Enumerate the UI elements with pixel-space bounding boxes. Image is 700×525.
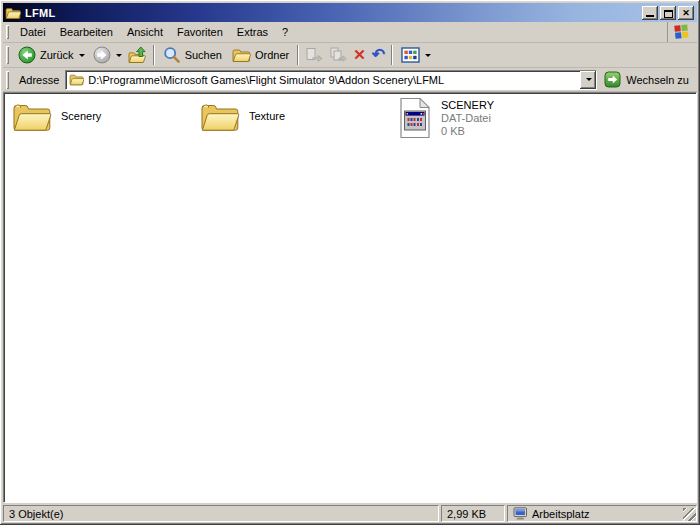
views-icon <box>401 47 420 63</box>
address-dropdown-button[interactable] <box>580 71 596 89</box>
status-size-text: 2,99 KB <box>447 508 486 520</box>
toolbar-grip[interactable] <box>6 46 9 64</box>
copy-to-button[interactable] <box>326 45 350 65</box>
file-type: DAT-Datei <box>441 112 494 124</box>
status-bar: 3 Objekt(e) 2,99 KB Arbeitsplatz <box>3 503 697 522</box>
forward-dropdown-icon <box>116 54 122 57</box>
toolbar-separator <box>297 45 299 65</box>
window-title: LFML <box>25 7 56 19</box>
move-to-icon <box>305 47 323 63</box>
maximize-button[interactable] <box>660 6 676 20</box>
menu-datei[interactable]: Datei <box>13 23 53 41</box>
toolbar-separator <box>391 45 393 65</box>
status-zone-text: Arbeitsplatz <box>532 508 589 520</box>
search-label: Suchen <box>185 49 222 61</box>
status-zone: Arbeitsplatz <box>507 505 697 522</box>
search-button[interactable]: Suchen <box>158 44 227 66</box>
back-dropdown-icon <box>79 54 85 57</box>
views-button[interactable] <box>396 45 436 65</box>
close-icon: ✕ <box>678 7 694 20</box>
file-name: SCENERY <box>441 99 494 111</box>
file-name: Scenery <box>61 110 101 122</box>
windows-logo-box <box>667 22 695 42</box>
file-size: 0 KB <box>441 125 494 137</box>
menu-hilfe[interactable]: ? <box>275 23 295 41</box>
file-tile-scenery-dat[interactable]: SCENERY DAT-Datei 0 KB <box>398 97 494 139</box>
address-bar: Adresse Wechseln zu <box>3 68 697 92</box>
search-icon <box>163 46 181 64</box>
my-computer-icon <box>513 507 528 520</box>
window-controls: ✕ <box>642 6 695 20</box>
menu-ansicht[interactable]: Ansicht <box>120 23 170 41</box>
minimize-icon <box>646 15 654 17</box>
file-tile-texture[interactable]: Texture <box>200 99 285 133</box>
delete-icon: ✕ <box>353 47 366 63</box>
delete-button[interactable]: ✕ <box>350 45 369 65</box>
move-to-button[interactable] <box>302 45 326 65</box>
explorer-window: LFML ✕ Datei Bearbeiten Ansicht Favorite… <box>0 0 700 525</box>
status-size: 2,99 KB <box>441 505 505 522</box>
menu-extras[interactable]: Extras <box>230 23 275 41</box>
resize-grip[interactable] <box>683 508 696 521</box>
undo-icon: ↶ <box>372 47 385 63</box>
toolbar-separator <box>153 45 155 65</box>
windows-logo-icon <box>674 24 690 40</box>
address-input[interactable] <box>88 72 576 87</box>
views-dropdown-icon <box>425 54 431 57</box>
back-button[interactable]: Zurück <box>13 44 90 66</box>
folders-label: Ordner <box>255 49 289 61</box>
menu-bar: Datei Bearbeiten Ansicht Favoriten Extra… <box>3 22 697 43</box>
window-folder-icon <box>5 6 21 20</box>
go-button[interactable]: Wechseln zu <box>601 69 695 90</box>
file-tile-scenery[interactable]: Scenery <box>12 99 101 133</box>
folder-icon <box>12 99 52 133</box>
address-folder-icon <box>69 73 84 86</box>
status-objects-text: 3 Objekt(e) <box>9 508 63 520</box>
forward-icon <box>93 46 111 64</box>
menu-favoriten[interactable]: Favoriten <box>170 23 230 41</box>
status-object-count: 3 Objekt(e) <box>3 505 439 522</box>
dat-file-icon <box>398 97 432 139</box>
up-button[interactable] <box>125 44 150 66</box>
go-icon <box>604 71 621 88</box>
undo-button[interactable]: ↶ <box>369 45 388 65</box>
menubar-grip[interactable] <box>6 25 9 39</box>
folder-up-icon <box>128 46 147 64</box>
close-button[interactable]: ✕ <box>678 6 694 20</box>
copy-to-icon <box>329 47 347 63</box>
title-bar[interactable]: LFML ✕ <box>3 3 697 22</box>
folders-button[interactable]: Ordner <box>227 45 294 65</box>
folder-icon <box>200 99 240 133</box>
file-list-area[interactable]: Scenery Texture <box>3 92 697 503</box>
folders-icon <box>232 47 251 63</box>
back-icon <box>18 46 36 64</box>
maximize-icon <box>664 10 673 18</box>
addressbar-grip[interactable] <box>6 71 9 89</box>
toolbar: Zurück <box>3 43 697 68</box>
forward-button[interactable] <box>90 44 125 66</box>
minimize-button[interactable] <box>642 6 658 20</box>
back-label: Zurück <box>40 49 74 61</box>
go-label: Wechseln zu <box>626 74 689 86</box>
address-box <box>65 70 597 90</box>
address-label: Adresse <box>17 74 61 86</box>
menu-bearbeiten[interactable]: Bearbeiten <box>53 23 120 41</box>
address-dropdown-icon <box>586 78 592 81</box>
file-name: Texture <box>249 110 285 122</box>
